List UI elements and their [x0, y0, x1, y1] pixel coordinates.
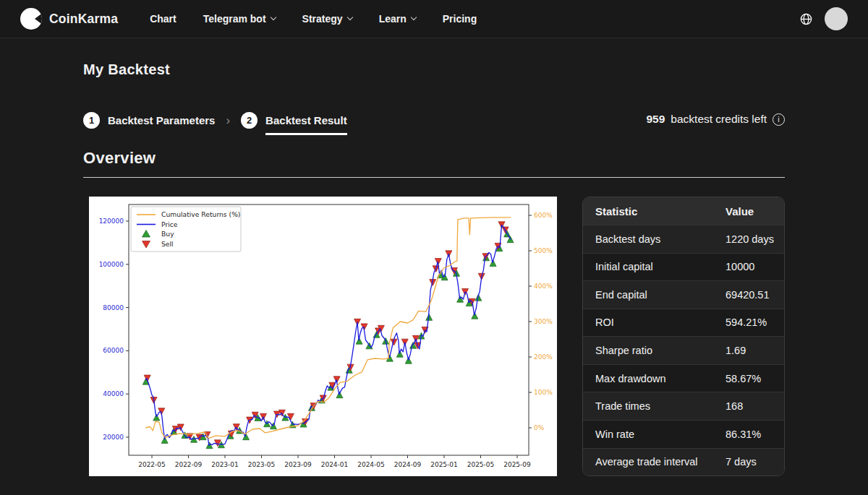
stat-value: 86.31% [726, 429, 784, 440]
globe-icon[interactable] [799, 12, 813, 26]
step-2-number: 2 [241, 112, 258, 129]
credits-left: 959 backtest credits left i [646, 113, 785, 126]
info-circle-icon[interactable]: i [773, 113, 785, 126]
x-tick-label: 2025-01 [430, 461, 458, 468]
table-row: Sharpe ratio1.69 [583, 336, 784, 364]
main-content: My Backtest 1 Backtest Parameters › 2 Ba… [0, 61, 868, 476]
x-tick-label: 2024-01 [321, 461, 349, 468]
y-left-tick-label: 120000 [99, 218, 124, 225]
chart-canvas: 2022-052022-092023-012023-052023-092024-… [89, 197, 557, 476]
avatar[interactable] [825, 7, 848, 30]
stats-header-value: Value [726, 205, 784, 218]
nav-item-label: Learn [379, 13, 407, 25]
stat-label: Win rate [583, 429, 726, 440]
stat-value: 1220 days [726, 233, 784, 245]
table-row: Backtest days1220 days [583, 225, 784, 253]
stat-label: Initial capital [583, 261, 726, 272]
nav-item-pricing[interactable]: Pricing [443, 13, 477, 25]
stat-label: Sharpe ratio [583, 345, 726, 356]
stat-value: 69420.51 [726, 289, 784, 301]
y-left-tick-label: 20000 [103, 434, 124, 441]
y-right-tick-label: 200% [534, 353, 553, 361]
nav-item-strategy[interactable]: Strategy [302, 13, 352, 25]
chevron-down-icon [346, 14, 352, 20]
stat-value: 594.21% [726, 317, 784, 328]
stat-label: Trade times [583, 400, 726, 412]
y-left-tick-label: 40000 [103, 390, 124, 397]
nav-item-telegram-bot[interactable]: Telegram bot [203, 13, 276, 25]
x-tick-label: 2022-09 [175, 461, 203, 468]
step-1-label: Backtest Parameters [108, 114, 215, 126]
page-title: My Backtest [83, 61, 785, 78]
y-right-tick-label: 100% [534, 389, 553, 396]
main-nav: ChartTelegram botStrategyLearnPricing [150, 13, 477, 25]
y-left-tick-label: 100000 [99, 261, 124, 268]
step-backtest-parameters[interactable]: 1 Backtest Parameters [83, 112, 215, 129]
section-title: Overview [83, 149, 785, 168]
chevron-right-icon: › [226, 112, 230, 129]
x-tick-label: 2023-09 [284, 461, 312, 468]
x-tick-label: 2023-01 [211, 461, 239, 468]
credits-text: backtest credits left [671, 113, 767, 126]
x-tick-label: 2024-05 [357, 461, 385, 468]
x-tick-label: 2023-05 [248, 461, 276, 468]
nav-item-label: Pricing [443, 13, 477, 25]
y-right-tick-label: 500% [534, 247, 553, 254]
nav-item-chart[interactable]: Chart [150, 13, 176, 25]
stat-label: Max drawdown [583, 373, 726, 384]
x-tick-label: 2025-05 [467, 461, 495, 468]
legend-label: Cumulative Returns (%) [161, 210, 240, 218]
stat-value: 10000 [726, 261, 784, 272]
nav-item-label: Telegram bot [203, 13, 266, 25]
stat-label: Average trade interval [583, 456, 726, 468]
stat-value: 1.69 [726, 345, 784, 356]
y-right-tick-label: 600% [534, 212, 553, 219]
table-row: Win rate86.31% [583, 420, 784, 448]
step-backtest-result[interactable]: 2 Backtest Result [241, 112, 347, 129]
y-right-tick-label: 400% [534, 283, 553, 290]
y-left-tick-label: 60000 [103, 347, 124, 354]
stats-table-header: Statistic Value [583, 197, 784, 225]
nav-item-learn[interactable]: Learn [379, 13, 416, 25]
backtest-chart: 2022-052022-092023-012023-052023-092024-… [89, 197, 557, 476]
brand-name[interactable]: CoinKarma [49, 12, 118, 27]
stat-value: 7 days [726, 456, 784, 468]
stepper: 1 Backtest Parameters › 2 Backtest Resul… [83, 112, 347, 129]
table-row: ROI594.21% [583, 309, 784, 337]
stat-label: Backtest days [583, 233, 726, 245]
table-row: Trade times168 [583, 392, 784, 420]
table-row: Max drawdown58.67% [583, 364, 784, 392]
x-tick-label: 2024-09 [394, 461, 422, 468]
stat-label: ROI [583, 317, 726, 328]
table-row: End capital69420.51 [583, 280, 784, 309]
legend-label: Price [161, 220, 178, 228]
credits-count: 959 [646, 113, 665, 126]
step-2-label: Backtest Result [265, 114, 347, 126]
nav-item-label: Chart [150, 13, 176, 25]
navbar: CoinKarma ChartTelegram botStrategyLearn… [0, 0, 868, 38]
legend-label: Buy [161, 230, 174, 238]
section-divider [83, 177, 785, 178]
stat-value: 58.67% [726, 373, 784, 384]
chevron-down-icon [411, 14, 417, 20]
x-tick-label: 2025-09 [503, 461, 531, 468]
chevron-down-icon [270, 14, 276, 20]
x-tick-label: 2022-05 [138, 461, 166, 468]
table-row: Average trade interval7 days [583, 448, 784, 476]
table-row: Initial capital10000 [583, 253, 784, 281]
stepper-row: 1 Backtest Parameters › 2 Backtest Resul… [83, 112, 785, 129]
stats-table: Statistic Value Backtest days1220 daysIn… [582, 197, 785, 476]
y-right-tick-label: 300% [534, 318, 553, 325]
y-left-tick-label: 80000 [103, 304, 124, 311]
stat-value: 168 [726, 400, 784, 412]
overview-content: 2022-052022-092023-012023-052023-092024-… [83, 197, 785, 476]
stats-header-statistic: Statistic [583, 205, 726, 218]
brand-logo-icon[interactable] [20, 8, 42, 30]
legend-label: Sell [161, 240, 174, 248]
y-right-tick-label: 0% [534, 424, 545, 431]
nav-item-label: Strategy [302, 13, 343, 25]
stat-label: End capital [583, 289, 726, 301]
step-1-number: 1 [83, 112, 100, 129]
